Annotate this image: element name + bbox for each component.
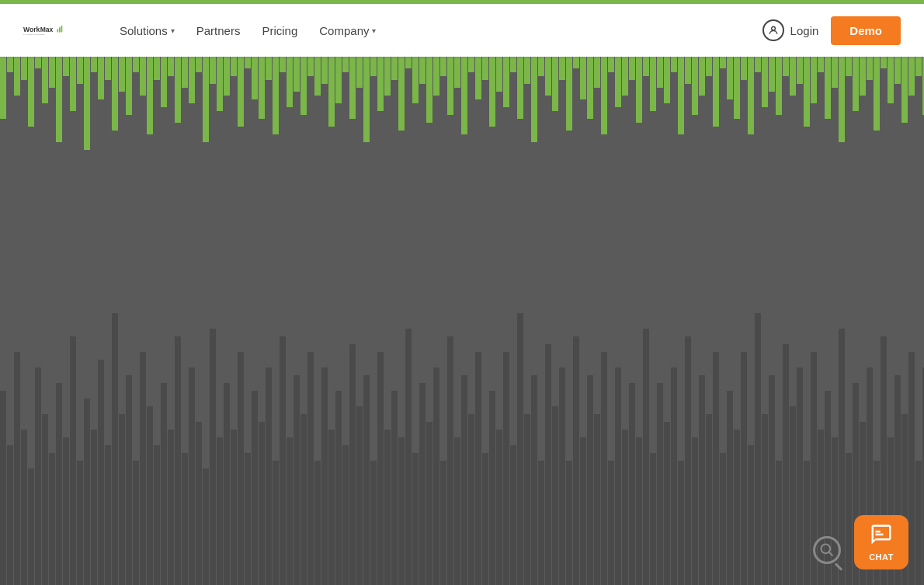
nav-partners[interactable]: Partners (186, 18, 252, 44)
bar-bottom (84, 399, 90, 585)
bar-bottom (49, 453, 55, 585)
bar-top (657, 57, 663, 88)
bar-bottom (419, 383, 426, 585)
bar-bottom (762, 414, 768, 585)
bar-bottom (203, 468, 209, 585)
nav-links: Solutions ▾ Partners Pricing Company ▾ (109, 18, 387, 44)
bar-top (818, 57, 824, 72)
bar-top (342, 57, 349, 72)
bar-bottom (140, 352, 146, 585)
bar-top (98, 57, 104, 99)
bar-top (259, 57, 265, 119)
svg-rect-3 (59, 27, 61, 32)
bar-bottom (280, 336, 286, 585)
nav-pricing[interactable]: Pricing (251, 18, 308, 44)
bar-bottom (56, 383, 62, 585)
bar-top (419, 57, 426, 84)
demo-button[interactable]: Demo (831, 16, 901, 45)
bar-top (650, 57, 656, 111)
bar-top (412, 57, 419, 103)
bar-top (49, 57, 55, 88)
bar-bottom (755, 313, 761, 585)
bar-top (664, 57, 670, 103)
bar-bottom (517, 313, 523, 585)
bar-top (321, 57, 328, 84)
bar-bottom (629, 383, 635, 585)
bar-bottom (636, 437, 642, 585)
search-widget[interactable] (808, 531, 846, 569)
bar-bottom (545, 344, 551, 585)
bar-top (538, 57, 544, 76)
bar-bottom (468, 414, 474, 585)
bar-top (559, 57, 565, 80)
bar-top (915, 57, 922, 76)
bar-top (496, 57, 502, 92)
bar-top (706, 57, 712, 76)
bar-top (433, 57, 439, 96)
bar-bottom (147, 406, 153, 585)
bar-top (168, 57, 174, 76)
bar-top (252, 57, 258, 99)
bar-bottom (601, 352, 607, 585)
bar-top (692, 57, 698, 115)
bar-bottom (342, 445, 349, 585)
bar-top (636, 57, 642, 123)
bar-top (314, 57, 321, 96)
login-button[interactable]: Login (762, 19, 819, 41)
bar-bottom (349, 344, 356, 585)
bar-bottom (552, 406, 558, 585)
bar-bottom (28, 468, 34, 585)
bar-bottom (321, 367, 328, 585)
bar-top (713, 57, 719, 127)
bar-bottom (98, 360, 104, 585)
bar-bottom (294, 375, 300, 585)
nav-solutions[interactable]: Solutions ▾ (109, 18, 186, 44)
bar-bottom (154, 445, 160, 585)
bar-bottom (496, 430, 502, 585)
bar-bottom (908, 352, 915, 585)
nav-company[interactable]: Company ▾ (308, 18, 387, 44)
bar-top (189, 57, 195, 103)
chat-widget[interactable]: CHAT (854, 515, 908, 569)
bar-top (901, 57, 908, 123)
bar-bottom (105, 445, 111, 585)
bar-top (860, 57, 866, 96)
bar-bottom (112, 313, 118, 585)
hero-section: CHAT (0, 57, 924, 585)
bar-top (894, 57, 901, 84)
bar-top (28, 57, 34, 127)
bar-top (224, 57, 230, 96)
bar-bottom (475, 352, 481, 585)
bar-bottom (168, 430, 174, 585)
bar-top (468, 57, 474, 72)
bar-bottom (706, 414, 712, 585)
chat-label: CHAT (869, 552, 894, 562)
bar-top (398, 57, 405, 131)
bar-top (35, 57, 41, 68)
bar-bottom (720, 453, 726, 585)
bar-top (503, 57, 509, 107)
bar-bottom (510, 445, 516, 585)
bar-bottom (356, 406, 363, 585)
bar-top (370, 57, 377, 76)
bar-bottom (266, 367, 272, 585)
bar-top (280, 57, 286, 72)
bar-top (839, 57, 845, 142)
logo[interactable]: Work Max by AboutTime Technologies (23, 13, 70, 48)
bar-top (678, 57, 684, 134)
bar-top (84, 57, 90, 150)
bar-top (363, 57, 370, 142)
bar-bottom (70, 336, 76, 585)
bar-bottom (133, 461, 139, 585)
bar-bottom (182, 453, 188, 585)
search-icon (813, 536, 841, 564)
bar-bottom (35, 367, 41, 585)
bar-top (112, 57, 118, 131)
bar-top (755, 57, 761, 72)
bar-top (238, 57, 244, 127)
company-chevron-icon: ▾ (372, 26, 376, 35)
bar-top (615, 57, 621, 107)
bar-bottom (692, 437, 698, 585)
bar-top (70, 57, 76, 111)
bar-top (643, 57, 649, 76)
